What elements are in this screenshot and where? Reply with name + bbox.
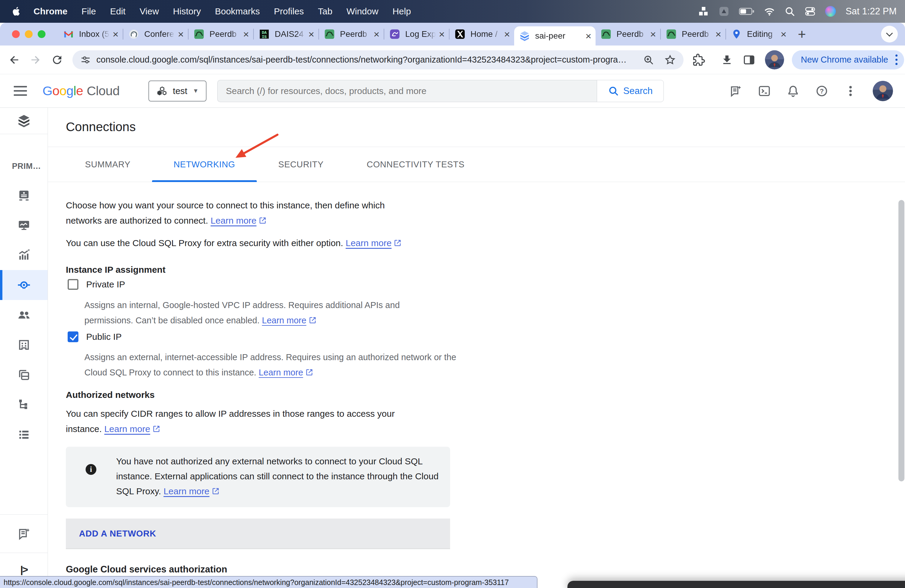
window-tiles-icon[interactable] [698,6,709,17]
close-tab-icon[interactable]: × [373,29,379,39]
sidebar-item-operations[interactable] [0,420,48,450]
sidebar-item-replicas[interactable] [0,390,48,420]
sidebar-item-system-insights[interactable] [0,240,48,270]
more-vertical-icon[interactable] [844,84,857,98]
control-center-icon[interactable] [805,6,816,17]
extensions-icon[interactable] [692,54,705,66]
menubar-item-edit[interactable]: Edit [110,6,126,16]
authorized-networks-description: You can specify CIDR ranges to allow IP … [66,406,422,437]
menubar-item-view[interactable]: View [140,6,159,16]
learn-more-link[interactable]: Learn more [211,216,267,226]
sidebar-item-users[interactable] [0,300,48,330]
browser-tab-editing[interactable]: Editing × [726,23,791,46]
console-search-button[interactable]: Search [597,80,664,102]
learn-more-link[interactable]: Learn more [259,368,313,377]
reload-button[interactable] [51,54,64,66]
side-panel-icon[interactable] [743,54,755,66]
scrollbar-thumb[interactable] [899,200,904,482]
monitoring-icon [17,218,31,232]
browser-tab-log-explorer[interactable]: Log Exp × [384,23,449,46]
menubar-item-bookmarks[interactable]: Bookmarks [215,6,260,16]
browser-menu-icon[interactable] [895,54,897,65]
browser-tab-peerdb-2[interactable]: Peerdb × [319,23,384,46]
spotlight-icon[interactable] [784,6,795,17]
close-tab-icon[interactable]: × [585,31,591,41]
address-bar[interactable]: console.cloud.google.com/sql/instances/s… [72,50,684,70]
cloud-shell-icon[interactable] [758,84,771,98]
back-button[interactable] [8,54,21,66]
download-icon[interactable] [721,54,733,66]
zoom-window-button[interactable] [38,30,46,38]
tab-networking[interactable]: NETWORKING [152,147,257,182]
account-avatar[interactable] [873,81,893,101]
close-tab-icon[interactable]: × [243,29,249,39]
close-tab-icon[interactable]: × [439,29,445,39]
tab-search-button[interactable] [881,26,898,43]
battery-icon[interactable] [739,6,754,17]
menubar-item-window[interactable]: Window [346,6,379,16]
project-selector[interactable]: test ▼ [148,81,206,102]
learn-more-link[interactable]: Learn more [262,316,316,325]
url-text[interactable]: console.cloud.google.com/sql/instances/s… [96,55,633,65]
tab-security[interactable]: SECURITY [257,147,345,182]
menubar-item-history[interactable]: History [173,6,201,16]
menubar-item-tab[interactable]: Tab [318,6,332,16]
browser-tab-peerdb-3[interactable]: Peerdb × [595,23,660,46]
public-ip-checkbox[interactable] [68,331,78,342]
zoom-icon[interactable] [643,54,654,65]
google-cloud-logo[interactable]: Google Cloud [43,84,120,98]
menubar-item-file[interactable]: File [81,6,96,16]
learn-more-link[interactable]: Learn more [346,238,402,248]
browser-tab-dais24[interactable]: DAIS DAIS24 × [254,23,318,46]
minimize-window-button[interactable] [25,30,33,38]
add-network-button[interactable]: ADD A NETWORK [66,518,450,548]
navigation-menu-icon[interactable] [14,86,27,96]
menubar-item-profiles[interactable]: Profiles [274,6,304,16]
intro-paragraph-2: You can use the Cloud SQL Proxy for extr… [66,235,533,251]
tab-summary[interactable]: SUMMARY [64,147,152,182]
close-tab-icon[interactable]: × [113,29,119,39]
tab-connectivity-tests[interactable]: CONNECTIVITY TESTS [345,147,486,182]
console-search-input[interactable] [226,86,588,96]
peerdb-icon [600,29,612,40]
browser-tab-peerdb-1[interactable]: Peerdb × [189,23,253,46]
console-search-bar[interactable] [217,80,597,102]
browser-tab-sai-peerdb-active[interactable]: sai-peer × [514,26,595,46]
browser-tab-x-home[interactable]: Home / × [449,23,514,46]
sidebar-item-databases[interactable] [0,330,48,360]
menubar-item-chrome[interactable]: Chrome [33,6,67,16]
forward-button[interactable] [29,54,42,66]
chrome-update-button[interactable]: New Chrome available [792,50,904,70]
close-tab-icon[interactable]: × [504,29,510,39]
close-tab-icon[interactable]: × [178,29,184,39]
release-notes-icon[interactable] [729,84,742,98]
sidebar-item-overview[interactable] [0,180,48,210]
menubar-item-help[interactable]: Help [392,6,411,16]
bookmark-star-icon[interactable] [664,54,676,65]
close-tab-icon[interactable]: × [715,29,721,39]
close-tab-icon[interactable]: × [781,29,786,39]
browser-tab-peerdb-4[interactable]: Peerdb × [661,23,726,46]
apple-logo-icon[interactable] [11,5,22,17]
learn-more-link[interactable]: Learn more [164,486,219,496]
menubar-clock[interactable]: Sat 1:22 PM [845,6,897,17]
close-tab-icon[interactable]: × [650,29,656,39]
help-icon[interactable]: ? [815,84,829,98]
tune-icon[interactable] [80,54,91,65]
siri-icon[interactable] [825,6,836,17]
wifi-icon[interactable] [764,6,775,17]
learn-more-link[interactable]: Learn more [104,424,160,434]
private-ip-checkbox[interactable] [68,279,78,290]
sidebar-item-release-notes[interactable] [0,519,48,549]
close-window-button[interactable] [12,30,20,38]
browser-profile-avatar[interactable] [765,50,784,70]
browser-tab-conference[interactable]: Confere × [123,23,188,46]
app-shield-icon[interactable] [719,6,729,17]
new-tab-button[interactable]: + [798,27,806,41]
browser-tab-inbox[interactable]: Inbox (5 × [58,23,123,46]
sidebar-item-monitoring[interactable] [0,210,48,240]
sidebar-item-connections[interactable] [0,270,48,300]
notifications-bell-icon[interactable] [786,84,800,98]
close-tab-icon[interactable]: × [308,29,314,39]
sidebar-item-backups[interactable] [0,360,48,390]
